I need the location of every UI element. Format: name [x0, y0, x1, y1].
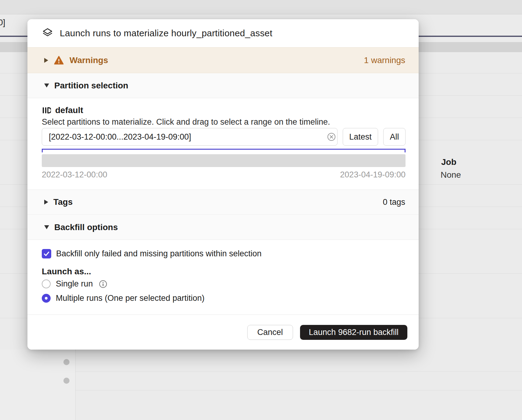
chevron-right-icon [44, 200, 48, 205]
chevron-down-icon [44, 84, 49, 87]
checkbox-label: Backfill only failed and missing partiti… [56, 249, 262, 258]
backfill-options-section-header[interactable]: Backfill options [27, 215, 419, 240]
warnings-section-header[interactable]: Warnings 1 warnings [27, 47, 419, 73]
partition-dimension-row: default [42, 105, 83, 115]
backfill-options-label: Backfill options [54, 222, 118, 232]
partition-range-input[interactable] [42, 128, 338, 146]
cancel-button[interactable]: Cancel [247, 325, 293, 340]
dialog-footer: Cancel Launch 9682-run backfill [27, 315, 419, 350]
background-row-line [0, 390, 522, 390]
all-button[interactable]: All [383, 128, 406, 146]
radio-unchecked-icon[interactable] [42, 279, 51, 288]
background-status-dot [63, 359, 70, 365]
materialize-icon [42, 28, 53, 39]
chevron-right-icon [44, 58, 48, 63]
launch-backfill-dialog: Launch runs to materialize hourly_partit… [27, 19, 419, 350]
partition-helper-text: Select partitions to materialize. Click … [42, 117, 330, 127]
backfill-only-failed-checkbox-row[interactable]: Backfill only failed and missing partiti… [42, 249, 262, 258]
screen: 0] Job None Launch runs to m [0, 0, 522, 420]
dialog-header: Launch runs to materialize hourly_partit… [27, 19, 419, 47]
clear-input-icon[interactable] [327, 132, 336, 141]
multiple-runs-radio-row[interactable]: Multiple runs (One per selected partitio… [42, 294, 205, 303]
radio-checked-icon[interactable] [42, 294, 51, 303]
launch-as-label: Launch as... [42, 267, 91, 276]
partition-timeline[interactable] [42, 154, 406, 167]
multiple-runs-label: Multiple runs (One per selected partitio… [56, 294, 205, 303]
partition-selection-content: default Select partitions to materialize… [27, 98, 419, 190]
tags-section-header[interactable]: Tags 0 tags [27, 190, 419, 215]
timeline-start-label: 2022-03-12-00:00 [42, 170, 107, 180]
tags-label: Tags [53, 197, 73, 207]
background-toolbar-band [0, 0, 522, 14]
single-run-label: Single run [56, 279, 93, 289]
background-job-column-header: Job [441, 157, 456, 167]
warnings-label: Warnings [70, 55, 108, 65]
info-icon[interactable] [99, 280, 107, 288]
partition-selection-label: Partition selection [54, 81, 128, 91]
latest-button[interactable]: Latest [343, 128, 378, 146]
dialog-title: Launch runs to materialize hourly_partit… [60, 28, 272, 38]
checkbox-checked-icon[interactable] [42, 249, 51, 258]
tags-count: 0 tags [383, 198, 405, 207]
warnings-count: 1 warnings [364, 55, 405, 65]
partition-selection-section-header[interactable]: Partition selection [27, 73, 419, 98]
background-clipped-text: 0] [0, 18, 5, 27]
background-row-line [0, 371, 522, 372]
background-status-dot [63, 378, 70, 384]
single-run-radio-row[interactable]: Single run [42, 279, 107, 289]
selected-range-bracket [42, 149, 406, 152]
partition-dimension-icon [42, 106, 51, 115]
timeline-end-label: 2023-04-19-09:00 [340, 170, 406, 180]
background-job-column-value: None [441, 170, 461, 180]
partition-dimension-name: default [55, 105, 83, 115]
backfill-options-content: Backfill only failed and missing partiti… [27, 240, 419, 315]
chevron-down-icon [44, 225, 49, 229]
warning-icon [54, 56, 64, 65]
launch-backfill-button[interactable]: Launch 9682-run backfill [300, 325, 407, 340]
